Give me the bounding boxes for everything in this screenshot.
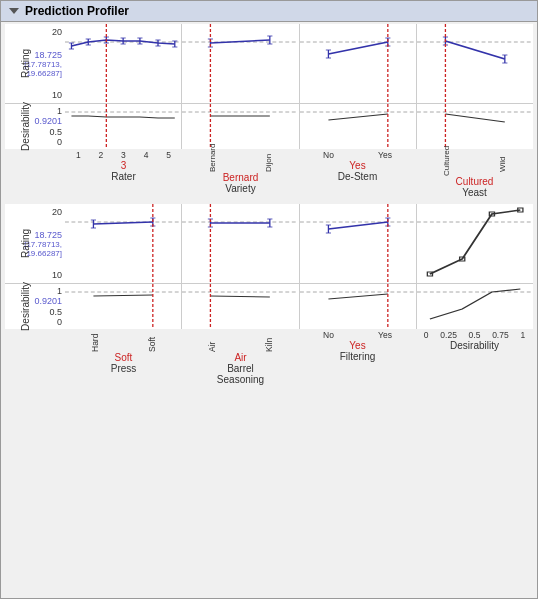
yeast-tick-wild: Wild <box>498 150 507 172</box>
row2-barrel-lower-plot <box>182 284 298 329</box>
row1-rating-label: Rating <box>20 49 31 78</box>
row1-rating-value: 18.725 <box>34 50 62 60</box>
destem-tick-yes: Yes <box>378 150 392 160</box>
row1-charts-area: Rating 20 18.725 [17.78713, 19.66287] 10 <box>5 24 533 149</box>
row1-rater-ticks: 1 2 3 4 5 <box>65 149 182 160</box>
row1-destem-upper-plot <box>300 24 416 104</box>
des-tick-025: 0.25 <box>440 330 457 340</box>
row1-rater-upper-plot <box>65 24 181 104</box>
row1-rating-ci2: 19.66287] <box>26 69 62 78</box>
row1-xaxis-rater: 1 2 3 4 5 3 Rater <box>65 149 182 198</box>
yeast-tick-cultured: Cultured <box>442 150 451 176</box>
row1-xaxis-yeast: Cultured Wild Cultured Yeast <box>416 149 533 198</box>
row1-desirability-value: 0.9201 <box>34 116 62 126</box>
row2-press-lower-plot <box>65 284 181 329</box>
row1-xaxis-area: 1 2 3 4 5 3 Rater Bernard Dijon <box>5 149 533 198</box>
row1-upper-tick-10: 10 <box>52 90 62 100</box>
row2-desirability-upper-plot <box>417 204 533 284</box>
row1-lower-tick-05: 0.5 <box>49 127 62 137</box>
variety-selected-val: Bernard <box>223 172 259 183</box>
yeast-factor-name: Yeast <box>462 187 487 198</box>
row2-col-desirability <box>416 204 533 329</box>
row1-col-yeast <box>416 24 533 149</box>
rater-tick-3: 3 <box>121 150 126 160</box>
row2-barrel-upper-plot <box>182 204 298 284</box>
row1-charts-grid <box>65 24 533 149</box>
prediction-profiler-panel: Prediction Profiler Rating 20 18.725 <box>0 0 538 599</box>
row2-filtering-ticks: No Yes <box>299 329 416 340</box>
variety-tick-dijon: Dijon <box>264 150 273 172</box>
row1-xaxis-left <box>5 149 65 198</box>
row2-xaxis-desirability-col: 0 0.25 0.5 0.75 1 Desirability <box>416 329 533 385</box>
row1-col-rater <box>65 24 181 149</box>
row1-variety-ticks: Bernard Dijon <box>182 149 299 172</box>
row2-desirability-ticks: 0 0.25 0.5 0.75 1 <box>416 329 533 340</box>
row2-desirability-label: Desirability <box>20 282 31 331</box>
rater-selected-val: 3 <box>121 160 127 171</box>
row1-desirability-label: Desirability <box>20 102 31 151</box>
row1-section: Rating 20 18.725 [17.78713, 19.66287] 10 <box>5 24 533 198</box>
row1-xaxis-destem: No Yes Yes De-Stem <box>299 149 416 198</box>
row2-press-upper-plot <box>65 204 181 284</box>
row2-left-side: Rating 20 18.725 [17.78713, 19.66287] 10 <box>5 204 65 329</box>
row2-upper-tick-20: 20 <box>52 207 62 217</box>
row1-xaxis-variety: Bernard Dijon Bernard Variety <box>182 149 299 198</box>
yeast-selected-val: Cultured <box>456 176 494 187</box>
row1-variety-upper-plot <box>182 24 298 104</box>
row2-rating-label: Rating <box>20 229 31 258</box>
press-selected-val: Soft <box>115 352 133 363</box>
row2-xaxis-filtering: No Yes Yes Filtering <box>299 329 416 385</box>
row2-filtering-upper-plot <box>300 204 416 284</box>
panel-header: Prediction Profiler <box>1 1 537 22</box>
desirability-col-factor-name: Desirability <box>450 340 499 351</box>
destem-factor-name: De-Stem <box>338 171 377 182</box>
svg-marker-0 <box>9 8 19 14</box>
press-tick-hard: Hard <box>90 330 100 352</box>
row1-rater-lower-plot <box>65 104 181 149</box>
row2-section: Rating 20 18.725 [17.78713, 19.66287] 10 <box>5 204 533 385</box>
destem-selected-val: Yes <box>349 160 365 171</box>
row2-charts-area: Rating 20 18.725 [17.78713, 19.66287] 10 <box>5 204 533 329</box>
rater-factor-name: Rater <box>111 171 135 182</box>
row2-xaxis-area: Hard Soft Soft Press Air Kiln Air Barrel… <box>5 329 533 385</box>
row1-col-destem <box>299 24 416 149</box>
rater-tick-1: 1 <box>76 150 81 160</box>
row2-col-press <box>65 204 181 329</box>
row2-xaxis-left <box>5 329 65 385</box>
row2-xaxis-cols: Hard Soft Soft Press Air Kiln Air Barrel… <box>65 329 533 385</box>
row1-lower-tick-0: 0 <box>57 137 62 147</box>
row1-col-variety <box>181 24 298 149</box>
variety-tick-bernard: Bernard <box>208 150 217 172</box>
filtering-factor-name: Filtering <box>340 351 376 362</box>
row2-xaxis-press: Hard Soft Soft Press <box>65 329 182 385</box>
collapse-icon[interactable] <box>7 4 21 18</box>
destem-tick-no: No <box>323 150 334 160</box>
barrel-tick-air: Air <box>207 330 217 352</box>
row2-desirability-value: 0.9201 <box>34 296 62 306</box>
press-tick-soft: Soft <box>147 330 157 352</box>
row2-barrel-ticks: Air Kiln <box>182 329 299 352</box>
des-tick-05: 0.5 <box>469 330 481 340</box>
row1-yeast-ticks: Cultured Wild <box>416 149 533 176</box>
row1-destem-lower-plot <box>300 104 416 149</box>
filtering-tick-yes: Yes <box>378 330 392 340</box>
row1-yeast-lower-plot <box>417 104 533 149</box>
row2-lower-tick-0: 0 <box>57 317 62 327</box>
row1-xaxis-cols: 1 2 3 4 5 3 Rater Bernard Dijon <box>65 149 533 198</box>
row2-rating-value: 18.725 <box>34 230 62 240</box>
row1-destem-ticks: No Yes <box>299 149 416 160</box>
barrel-tick-kiln: Kiln <box>264 330 274 352</box>
row1-lower-tick-1: 1 <box>57 106 62 116</box>
row2-desirability-lower-plot <box>417 284 533 329</box>
row1-upper-tick-20: 20 <box>52 27 62 37</box>
barrel-factor-name: BarrelSeasoning <box>217 363 264 385</box>
row1-yeast-upper-plot <box>417 24 533 104</box>
filtering-selected-val: Yes <box>349 340 365 351</box>
panel-title: Prediction Profiler <box>25 4 129 18</box>
rater-tick-5: 5 <box>166 150 171 160</box>
row2-rating-ci2: 19.66287] <box>26 249 62 258</box>
row1-left-side: Rating 20 18.725 [17.78713, 19.66287] 10 <box>5 24 65 149</box>
press-factor-name: Press <box>111 363 137 374</box>
row2-filtering-lower-plot <box>300 284 416 329</box>
row2-upper-tick-10: 10 <box>52 270 62 280</box>
